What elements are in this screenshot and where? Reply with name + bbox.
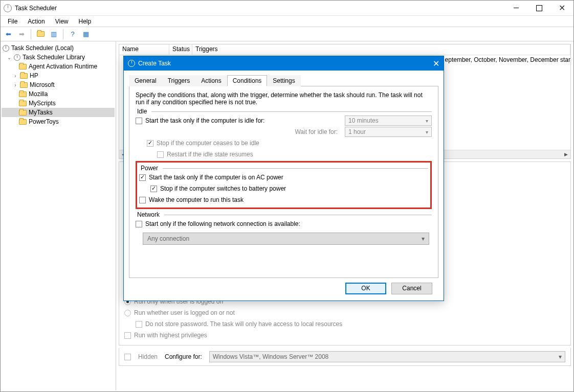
idle-wait-combo[interactable]: 1 hour <box>345 127 432 137</box>
tree-item-microsoft[interactable]: › Microsoft <box>2 80 115 89</box>
maximize-button[interactable] <box>527 1 550 15</box>
tree-item-mytasks[interactable]: MyTasks <box>2 108 115 117</box>
network-connection-combo[interactable]: Any connection <box>143 233 429 245</box>
chevron-right-icon[interactable]: › <box>13 73 18 79</box>
configure-for-combo[interactable]: Windows Vista™, Windows Server™ 2008 <box>209 351 565 362</box>
checkbox-icon[interactable] <box>157 151 164 158</box>
power-wake-label: Wake the computer to run this task <box>149 196 244 203</box>
idle-duration-combo[interactable]: 10 minutes <box>345 116 432 126</box>
menu-help[interactable]: Help <box>74 17 97 26</box>
dialog-body: General Triggers Actions Conditions Sett… <box>124 71 444 301</box>
idle-restart-label: Restart if the idle state resumes <box>167 151 253 158</box>
calendar-icon[interactable]: ▦ <box>80 29 92 40</box>
checkbox-icon[interactable] <box>150 186 157 192</box>
chk-nostore-row[interactable]: Do not store password. The task will onl… <box>124 318 565 330</box>
radio-label: Run whether user is logged on or not <box>134 309 235 316</box>
power-legend: Power <box>139 165 160 172</box>
tree-item-agent[interactable]: Agent Activation Runtime <box>2 62 115 71</box>
tab-actions[interactable]: Actions <box>195 75 227 86</box>
tab-general[interactable]: General <box>129 75 162 86</box>
menubar: File Action View Help <box>1 16 573 27</box>
tree-item-powertoys[interactable]: PowerToys <box>2 117 115 126</box>
tab-settings[interactable]: Settings <box>267 75 300 86</box>
tree-root-label: Task Scheduler (Local) <box>11 44 74 52</box>
tab-conditions[interactable]: Conditions <box>227 75 268 86</box>
idle-wait-value: 1 hour <box>348 128 366 135</box>
network-start-label: Start only if the following network conn… <box>145 220 300 227</box>
power-ac-row[interactable]: Start the task only if the computer is o… <box>139 172 428 183</box>
tree-item-label: MyTasks <box>29 109 53 116</box>
checkbox-icon[interactable] <box>139 197 146 203</box>
app-clock-icon <box>4 4 12 12</box>
checkbox-icon[interactable] <box>124 332 131 339</box>
power-battery-label: Stop if the computer switches to battery… <box>160 185 286 192</box>
checkbox-icon[interactable] <box>136 118 142 124</box>
tree-item-myscripts[interactable]: MyScripts <box>2 99 115 108</box>
chk-highpriv-row[interactable]: Run with highest privileges <box>124 330 565 341</box>
configure-for-label: Configure for: <box>165 353 202 360</box>
clock-icon <box>14 54 20 61</box>
tree-library[interactable]: ⌄ Task Scheduler Library <box>2 53 115 62</box>
dialog-buttons: OK Cancel <box>129 278 438 298</box>
col-triggers[interactable]: Triggers <box>192 44 570 55</box>
tab-triggers[interactable]: Triggers <box>162 75 196 86</box>
tree-item-hp[interactable]: › HP <box>2 71 115 80</box>
properties-icon[interactable]: ▥ <box>48 29 59 40</box>
clock-icon <box>3 45 9 52</box>
tree-item-label: Mozilla <box>29 90 48 98</box>
titlebar: Task Scheduler ✕ <box>1 1 573 16</box>
dialog-titlebar[interactable]: Create Task ✕ <box>124 56 444 71</box>
checkbox-icon[interactable] <box>147 140 153 147</box>
idle-stop-row[interactable]: Stop if the computer ceases to be idle <box>136 137 432 149</box>
radio-run-whether-row[interactable]: Run whether user is logged on or not <box>124 307 565 318</box>
dialog-title: Create Task <box>138 60 171 67</box>
chevron-right-icon[interactable]: › <box>13 82 18 88</box>
scroll-right-icon[interactable]: ▶ <box>562 150 570 159</box>
navigation-tree[interactable]: Task Scheduler (Local) ⌄ Task Scheduler … <box>1 41 116 390</box>
power-ac-label: Start the task only if the computer is o… <box>149 174 283 181</box>
idle-start-row[interactable]: Start the task only if the computer is i… <box>136 115 432 126</box>
power-group-header: Power <box>139 165 428 172</box>
dialog-tabs: General Triggers Actions Conditions Sett… <box>129 75 438 86</box>
clock-icon <box>128 60 135 67</box>
network-start-row[interactable]: Start only if the following network conn… <box>136 218 432 229</box>
ok-button[interactable]: OK <box>345 283 386 294</box>
minimize-button[interactable] <box>504 1 527 15</box>
menu-file[interactable]: File <box>3 17 23 26</box>
power-battery-row[interactable]: Stop if the computer switches to battery… <box>139 183 428 194</box>
help-icon[interactable]: ? <box>67 29 78 40</box>
back-button[interactable]: ⬅ <box>3 29 14 40</box>
hidden-checkbox[interactable] <box>124 354 131 360</box>
window-controls: ✕ <box>504 1 573 15</box>
col-status[interactable]: Status <box>169 44 192 55</box>
details-footer: Hidden Configure for: Windows Vista™, Wi… <box>119 348 571 366</box>
toolbar-separator-2 <box>63 29 63 39</box>
tree-item-mozilla[interactable]: Mozilla <box>2 89 115 99</box>
idle-legend: Idle <box>136 108 148 115</box>
toolbar-separator <box>31 29 31 39</box>
dialog-close-button[interactable]: ✕ <box>433 59 439 68</box>
trigger-fragment: eptember, October, November, December st… <box>445 56 570 63</box>
radio-icon[interactable] <box>124 310 131 316</box>
idle-restart-row[interactable]: Restart if the idle state resumes <box>136 149 432 160</box>
group-divider <box>151 111 432 112</box>
power-wake-row[interactable]: Wake the computer to run this task <box>139 194 428 205</box>
idle-wait-label: Wait for idle for: <box>136 128 342 135</box>
menu-action[interactable]: Action <box>23 17 50 26</box>
checkbox-icon[interactable] <box>136 321 142 328</box>
forward-button[interactable]: ➡ <box>16 29 27 40</box>
col-name[interactable]: Name <box>119 44 169 55</box>
tree-root[interactable]: Task Scheduler (Local) <box>2 43 115 53</box>
checkbox-icon[interactable] <box>136 221 142 227</box>
tree-item-label: Agent Activation Runtime <box>29 63 97 70</box>
power-highlight-box: Power Start the task only if the compute… <box>136 161 432 209</box>
close-button[interactable]: ✕ <box>550 1 573 15</box>
idle-stop-label: Stop if the computer ceases to be idle <box>157 140 259 147</box>
cancel-button[interactable]: Cancel <box>391 283 432 294</box>
folder-icon <box>19 119 27 125</box>
tree-library-label: Task Scheduler Library <box>23 54 85 61</box>
menu-view[interactable]: View <box>50 17 74 26</box>
chevron-down-icon[interactable]: ⌄ <box>7 55 12 60</box>
checkbox-icon[interactable] <box>139 174 146 181</box>
folder-up-icon[interactable] <box>35 29 46 40</box>
